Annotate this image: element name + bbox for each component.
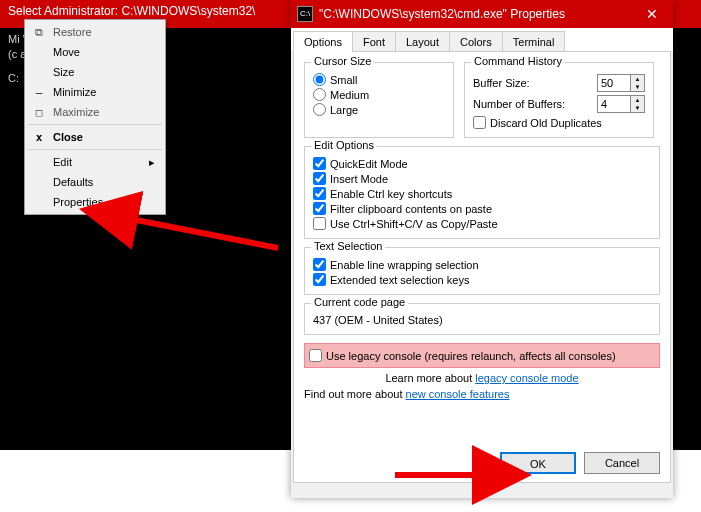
tab-terminal[interactable]: Terminal — [502, 31, 566, 52]
legacy-learn-more: Learn more about legacy console mode — [304, 372, 660, 384]
num-buffers-spinner[interactable]: ▲▼ — [597, 95, 645, 113]
menu-label: Move — [53, 46, 80, 58]
code-page-value: 437 (OEM - United States) — [313, 312, 651, 328]
group-legend: Cursor Size — [311, 55, 374, 67]
menu-close[interactable]: xClose — [27, 127, 163, 147]
buffer-size-spinner[interactable]: ▲▼ — [597, 74, 645, 92]
radio-medium[interactable]: Medium — [313, 88, 445, 101]
code-page-group: Current code page 437 (OEM - United Stat… — [304, 303, 660, 335]
static-text: Find out more about — [304, 388, 406, 400]
tab-font[interactable]: Font — [352, 31, 396, 52]
radio-input[interactable] — [313, 103, 326, 116]
new-features-link[interactable]: new console features — [406, 388, 510, 400]
ctrl-shortcuts-check[interactable]: Enable Ctrl key shortcuts — [313, 187, 651, 200]
menu-move[interactable]: Move — [27, 42, 163, 62]
check-label: Filter clipboard contents on paste — [330, 203, 492, 215]
spin-down-icon[interactable]: ▼ — [631, 83, 644, 91]
menu-edit[interactable]: Edit▸ — [27, 152, 163, 172]
radio-small[interactable]: Small — [313, 73, 445, 86]
line-wrap-check[interactable]: Enable line wrapping selection — [313, 258, 651, 271]
cancel-button[interactable]: Cancel — [584, 452, 660, 474]
menu-label: Size — [53, 66, 74, 78]
tab-strip: Options Font Layout Colors Terminal — [291, 28, 673, 51]
cmd-icon: C:\ — [297, 6, 313, 22]
restore-icon: ⧉ — [33, 26, 45, 39]
group-legend: Command History — [471, 55, 565, 67]
menu-label: Minimize — [53, 86, 96, 98]
buffer-size-input[interactable] — [597, 74, 631, 92]
check-label: Use Ctrl+Shift+C/V as Copy/Paste — [330, 218, 498, 230]
legacy-console-check[interactable]: Use legacy console (requires relaunch, a… — [309, 349, 655, 362]
cursor-size-group: Cursor Size Small Medium Large — [304, 62, 454, 138]
menu-properties[interactable]: Properties — [27, 192, 163, 212]
tab-content: Cursor Size Small Medium Large Command H… — [293, 51, 671, 483]
radio-label: Large — [330, 104, 358, 116]
checkbox-input[interactable] — [473, 116, 486, 129]
check-label: Use legacy console (requires relaunch, a… — [326, 350, 616, 362]
menu-restore[interactable]: ⧉Restore — [27, 22, 163, 42]
system-context-menu: ⧉Restore Move Size —Minimize □Maximize x… — [24, 19, 166, 215]
checkbox-input[interactable] — [313, 217, 326, 230]
spin-up-icon[interactable]: ▲ — [631, 75, 644, 83]
quickedit-check[interactable]: QuickEdit Mode — [313, 157, 651, 170]
filter-clipboard-check[interactable]: Filter clipboard contents on paste — [313, 202, 651, 215]
command-history-group: Command History Buffer Size: ▲▼ Number o… — [464, 62, 654, 138]
group-legend: Edit Options — [311, 139, 377, 151]
tab-options[interactable]: Options — [293, 31, 353, 52]
tab-colors[interactable]: Colors — [449, 31, 503, 52]
menu-maximize[interactable]: □Maximize — [27, 102, 163, 122]
close-icon: x — [33, 131, 45, 144]
checkbox-input[interactable] — [313, 202, 326, 215]
menu-label: Defaults — [53, 176, 93, 188]
field-label: Buffer Size: — [473, 77, 530, 89]
checkbox-input[interactable] — [313, 258, 326, 271]
discard-duplicates-check[interactable]: Discard Old Duplicates — [473, 116, 645, 129]
spin-down-icon[interactable]: ▼ — [631, 104, 644, 112]
check-label: Discard Old Duplicates — [490, 117, 602, 129]
check-label: QuickEdit Mode — [330, 158, 408, 170]
ok-button[interactable]: OK — [500, 452, 576, 474]
menu-label: Close — [53, 131, 83, 143]
properties-dialog: C:\ "C:\WINDOWS\system32\cmd.exe" Proper… — [291, 0, 673, 498]
menu-defaults[interactable]: Defaults — [27, 172, 163, 192]
num-buffers-input[interactable] — [597, 95, 631, 113]
close-button[interactable]: ✕ — [631, 0, 673, 28]
static-text: Learn more about — [385, 372, 475, 384]
checkbox-input[interactable] — [313, 172, 326, 185]
checkbox-input[interactable] — [313, 273, 326, 286]
menu-label: Maximize — [53, 106, 99, 118]
dialog-title: "C:\WINDOWS\system32\cmd.exe" Properties — [319, 7, 631, 21]
checkbox-input[interactable] — [309, 349, 322, 362]
checkbox-input[interactable] — [313, 157, 326, 170]
menu-label: Edit — [53, 156, 72, 168]
tab-layout[interactable]: Layout — [395, 31, 450, 52]
menu-separator — [28, 149, 162, 150]
checkbox-input[interactable] — [313, 187, 326, 200]
ctrl-shift-cv-check[interactable]: Use Ctrl+Shift+C/V as Copy/Paste — [313, 217, 651, 230]
radio-large[interactable]: Large — [313, 103, 445, 116]
menu-label: Restore — [53, 26, 92, 38]
menu-label: Properties — [53, 196, 103, 208]
insert-mode-check[interactable]: Insert Mode — [313, 172, 651, 185]
dialog-titlebar: C:\ "C:\WINDOWS\system32\cmd.exe" Proper… — [291, 0, 673, 28]
check-label: Enable Ctrl key shortcuts — [330, 188, 452, 200]
check-label: Extended text selection keys — [330, 274, 469, 286]
extended-selection-check[interactable]: Extended text selection keys — [313, 273, 651, 286]
menu-separator — [28, 124, 162, 125]
minimize-icon: — — [33, 86, 45, 99]
check-label: Enable line wrapping selection — [330, 259, 479, 271]
menu-minimize[interactable]: —Minimize — [27, 82, 163, 102]
check-label: Insert Mode — [330, 173, 388, 185]
find-out-more: Find out more about new console features — [304, 388, 660, 400]
legacy-console-highlight: Use legacy console (requires relaunch, a… — [304, 343, 660, 368]
text-selection-group: Text Selection Enable line wrapping sele… — [304, 247, 660, 295]
spin-up-icon[interactable]: ▲ — [631, 96, 644, 104]
radio-label: Medium — [330, 89, 369, 101]
group-legend: Text Selection — [311, 240, 385, 252]
radio-input[interactable] — [313, 73, 326, 86]
menu-size[interactable]: Size — [27, 62, 163, 82]
radio-input[interactable] — [313, 88, 326, 101]
field-label: Number of Buffers: — [473, 98, 565, 110]
submenu-arrow-icon: ▸ — [149, 156, 155, 169]
legacy-link[interactable]: legacy console mode — [475, 372, 578, 384]
